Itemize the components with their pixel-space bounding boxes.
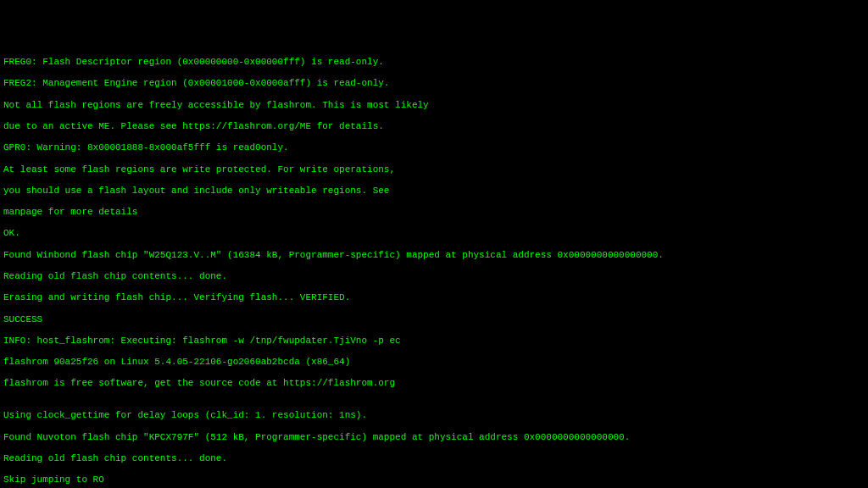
log-line: OK. [3,228,865,239]
log-line: Not all flash regions are freely accessi… [3,100,865,111]
terminal-output: FREG0: Flash Descriptor region (0x000000… [3,47,865,488]
log-line: FREG0: Flash Descriptor region (0x000000… [3,57,865,68]
log-line: Reading old flash chip contents... done. [3,271,865,282]
log-line: manpage for more details [3,207,865,218]
log-line: SUCCESS [3,314,865,325]
log-line: Found Nuvoton flash chip "KPCX797F" (512… [3,432,865,443]
log-line: flashrom is free software, get the sourc… [3,378,865,389]
log-line: INFO: host_flashrom: Executing: flashrom… [3,336,865,347]
log-line: due to an active ME. Please see https://… [3,121,865,132]
log-line: Skip jumping to RO [3,474,865,485]
log-line: Erasing and writing flash chip... Verify… [3,292,865,303]
log-line: Using clock_gettime for delay loops (clk… [3,410,865,421]
log-line: Reading old flash chip contents... done. [3,453,865,464]
log-line: you should use a flash layout and includ… [3,186,865,197]
log-line: GPR0: Warning: 8x00001888-8x000af5fff is… [3,142,865,153]
log-line: flashrom 90a25f26 on Linux 5.4.05-22106-… [3,357,865,368]
log-line: Found Winbond flash chip "W25Q123.V..M" … [3,250,865,261]
log-line: FREG2: Management Engine region (0x00001… [3,78,865,89]
log-line: At least some flash regions are write pr… [3,164,865,175]
